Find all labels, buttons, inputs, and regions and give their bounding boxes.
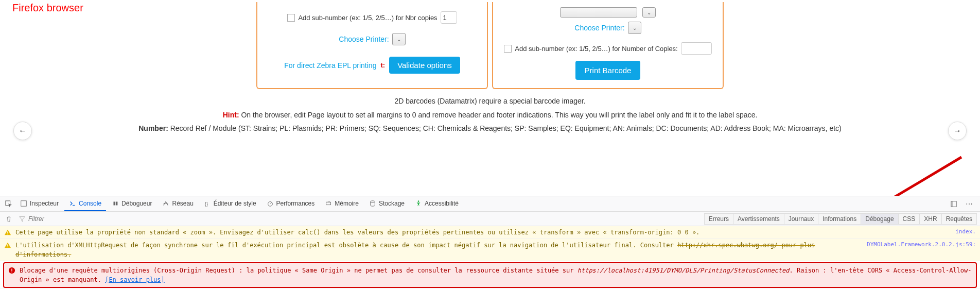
hint-text: On the browser, edit Page layout to set … bbox=[239, 111, 758, 119]
svg-rect-24 bbox=[11, 271, 12, 272]
tab-label: Éditeur de style bbox=[214, 200, 256, 207]
copies-input[interactable] bbox=[681, 42, 712, 55]
tab-console[interactable]: Console bbox=[64, 196, 106, 211]
filter-info[interactable]: Informations bbox=[818, 213, 861, 225]
next-button[interactable]: → bbox=[948, 122, 967, 140]
message-source[interactable]: DYMOLabel.Framework.2.0.2.js:59: bbox=[867, 241, 976, 249]
printer-select[interactable]: ⌄ bbox=[392, 33, 406, 45]
svg-rect-5 bbox=[116, 201, 118, 205]
chevron-down-icon: ⌄ bbox=[397, 37, 401, 42]
error-icon bbox=[8, 267, 15, 274]
style-icon: {} bbox=[204, 200, 211, 207]
left-print-panel: Add sub-number (ex: 1/5, 2/5…) for Nbr c… bbox=[256, 2, 488, 89]
trash-icon[interactable] bbox=[3, 213, 14, 225]
filter-input[interactable] bbox=[28, 215, 100, 223]
top-select[interactable] bbox=[560, 7, 637, 18]
learn-more-link[interactable]: [En savoir plus] bbox=[105, 276, 165, 283]
svg-rect-17 bbox=[951, 201, 953, 207]
number-line: Number: Record Ref / Module (ST: Strains… bbox=[0, 122, 980, 135]
debugger-icon bbox=[112, 200, 119, 207]
storage-icon bbox=[369, 200, 376, 207]
tab-label: Console bbox=[79, 200, 101, 207]
number-label: Number: bbox=[138, 124, 168, 132]
message-text: Cette page utilise la propriété non stan… bbox=[15, 228, 946, 237]
tab-style[interactable]: {}Éditeur de style bbox=[199, 196, 261, 211]
svg-point-14 bbox=[371, 200, 375, 202]
tab-label: Mémoire bbox=[335, 200, 359, 207]
tab-label: Inspecteur bbox=[30, 200, 59, 207]
filter-xhr[interactable]: XHR bbox=[919, 213, 941, 225]
memory-icon bbox=[325, 200, 332, 207]
console-icon bbox=[69, 200, 76, 207]
tab-label: Accessibilité bbox=[425, 200, 459, 207]
tab-label: Réseau bbox=[172, 200, 193, 207]
copies-input[interactable] bbox=[441, 11, 457, 24]
svg-rect-18 bbox=[7, 231, 8, 233]
choose-printer-label: Choose Printer: bbox=[339, 35, 389, 43]
tab-performance[interactable]: Performances bbox=[262, 196, 320, 211]
tab-label: Stockage bbox=[379, 200, 405, 207]
sub-number-checkbox[interactable] bbox=[287, 14, 295, 22]
devtools-panel: Inspecteur Console Débogueur Réseau {}Éd… bbox=[0, 196, 980, 289]
top-select-btn[interactable]: ⌄ bbox=[642, 7, 656, 18]
svg-rect-23 bbox=[11, 269, 12, 271]
console-error: Blocage d'une requête multiorigines (Cro… bbox=[3, 262, 977, 288]
hint-label: Hint: bbox=[223, 111, 239, 119]
inspector-icon bbox=[20, 200, 27, 207]
tab-memory[interactable]: Mémoire bbox=[320, 196, 363, 211]
console-warning: L'utilisation d'XMLHttpRequest de façon … bbox=[0, 239, 980, 261]
message-source[interactable]: index. bbox=[955, 228, 976, 236]
sub-number-label: Add sub-number (ex: 1/5, 2/5…) for Numbe… bbox=[515, 45, 677, 53]
tab-label: Débogueur bbox=[121, 200, 152, 207]
chevron-down-icon: ⌄ bbox=[647, 10, 651, 15]
svg-rect-20 bbox=[7, 244, 8, 246]
printer-select[interactable]: ⌄ bbox=[628, 22, 641, 34]
performance-icon bbox=[267, 200, 274, 207]
svg-rect-4 bbox=[114, 201, 116, 205]
svg-line-9 bbox=[270, 202, 272, 204]
filter-css[interactable]: CSS bbox=[898, 213, 920, 225]
tab-storage[interactable]: Stockage bbox=[364, 196, 409, 211]
firefox-annotation: Firefox browser bbox=[12, 2, 83, 14]
zebra-mark: t: bbox=[380, 61, 385, 69]
prev-button[interactable]: ← bbox=[13, 122, 32, 140]
print-barcode-button[interactable]: Print Barcode bbox=[575, 61, 641, 80]
tab-inspector[interactable]: Inspecteur bbox=[15, 196, 63, 211]
chevron-down-icon: ⌄ bbox=[633, 25, 637, 31]
dock-icon[interactable] bbox=[948, 198, 959, 210]
tab-network[interactable]: Réseau bbox=[157, 196, 198, 211]
right-print-panel: ⌄ Choose Printer: ⌄ Add sub-number (ex: … bbox=[492, 2, 724, 89]
svg-rect-2 bbox=[21, 200, 27, 206]
warning-icon bbox=[4, 242, 11, 249]
console-toolbar: Erreurs Avertissements Journaux Informat… bbox=[0, 212, 980, 226]
devtools-tabbar: Inspecteur Console Débogueur Réseau {}Éd… bbox=[0, 196, 980, 212]
page-content: Add sub-number (ex: 1/5, 2/5…) for Nbr c… bbox=[0, 0, 980, 135]
tab-debugger[interactable]: Débogueur bbox=[107, 196, 156, 211]
svg-rect-10 bbox=[326, 202, 331, 205]
message-text: L'utilisation d'XMLHttpRequest de façon … bbox=[15, 241, 857, 259]
sub-number-checkbox[interactable] bbox=[504, 45, 512, 53]
filter-warnings[interactable]: Avertissements bbox=[733, 213, 784, 225]
inspect-element-icon[interactable] bbox=[3, 198, 14, 210]
console-body: Cette page utilise la propriété non stan… bbox=[0, 226, 980, 288]
filter-logs[interactable]: Journaux bbox=[784, 213, 818, 225]
svg-text:{}: {} bbox=[205, 200, 208, 206]
console-warning: Cette page utilise la propriété non stan… bbox=[0, 226, 980, 239]
network-icon bbox=[162, 200, 169, 207]
funnel-icon bbox=[19, 215, 26, 223]
datamatrix-note: 2D barcodes (Datamatrix) require a speci… bbox=[0, 94, 980, 108]
choose-printer-label: Choose Printer: bbox=[574, 24, 624, 32]
more-icon[interactable]: ⋯ bbox=[964, 198, 975, 210]
svg-rect-21 bbox=[7, 247, 8, 247]
validate-options-button[interactable]: Validate options bbox=[389, 57, 460, 74]
error-url: https://localhost:41951/DYMO/DLS/Printin… bbox=[577, 267, 790, 274]
number-text: Record Ref / Module (ST: Strains; PL: Pl… bbox=[168, 124, 842, 132]
svg-rect-19 bbox=[7, 234, 8, 234]
tab-accessibility[interactable]: Accessibilité bbox=[410, 196, 463, 211]
hint-line: Hint: On the browser, edit Page layout t… bbox=[0, 108, 980, 122]
svg-point-15 bbox=[418, 200, 419, 202]
sub-number-label: Add sub-number (ex: 1/5, 2/5…) for Nbr c… bbox=[298, 14, 437, 22]
filter-requests[interactable]: Requêtes bbox=[941, 213, 977, 225]
filter-errors[interactable]: Erreurs bbox=[704, 213, 733, 225]
filter-debug[interactable]: Débogage bbox=[861, 213, 898, 225]
